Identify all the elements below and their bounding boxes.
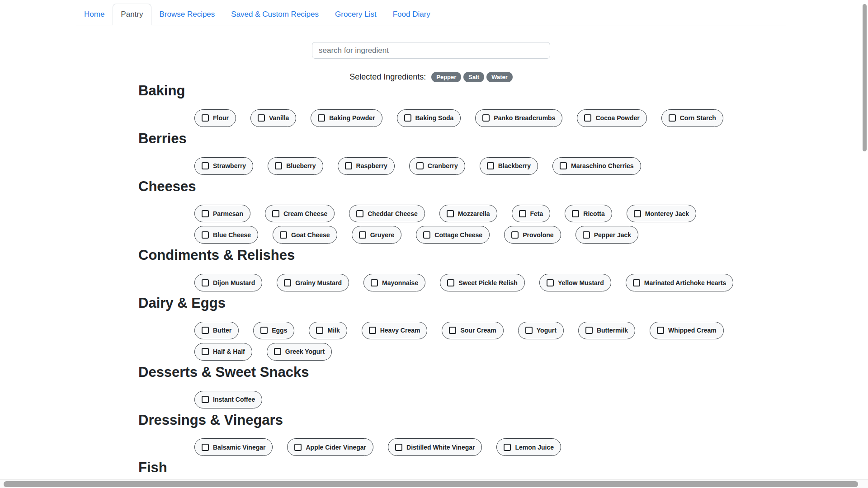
checkbox-icon[interactable]: [504, 444, 511, 451]
ingredient-toggle-buttermilk[interactable]: Buttermilk: [578, 322, 635, 339]
checkbox-icon[interactable]: [356, 210, 363, 217]
checkbox-icon[interactable]: [572, 210, 579, 217]
checkbox-icon[interactable]: [202, 231, 209, 239]
ingredient-toggle-heavy-cream[interactable]: Heavy Cream: [362, 322, 428, 339]
ingredient-toggle-yellow-mustard[interactable]: Yellow Mustard: [539, 274, 611, 291]
checkbox-icon[interactable]: [202, 114, 209, 122]
ingredient-toggle-gruyere[interactable]: Gruyere: [352, 226, 402, 244]
checkbox-icon[interactable]: [560, 162, 567, 169]
ingredient-toggle-goat-cheese[interactable]: Goat Cheese: [273, 226, 337, 244]
ingredient-toggle-blackberry[interactable]: Blackberry: [480, 157, 538, 175]
ingredient-toggle-baking-powder[interactable]: Baking Powder: [311, 109, 382, 127]
checkbox-icon[interactable]: [369, 327, 376, 334]
ingredient-toggle-cocoa-powder[interactable]: Cocoa Powder: [577, 109, 646, 127]
ingredient-toggle-butter[interactable]: Butter: [194, 322, 239, 339]
checkbox-icon[interactable]: [447, 210, 454, 217]
checkbox-icon[interactable]: [258, 114, 265, 122]
checkbox-icon[interactable]: [511, 231, 519, 239]
ingredient-toggle-provolone[interactable]: Provolone: [504, 226, 561, 244]
checkbox-icon[interactable]: [202, 396, 209, 403]
ingredient-toggle-cheddar-cheese[interactable]: Cheddar Cheese: [349, 205, 425, 222]
checkbox-icon[interactable]: [202, 444, 209, 451]
checkbox-icon[interactable]: [272, 210, 279, 217]
checkbox-icon[interactable]: [487, 162, 494, 169]
checkbox-icon[interactable]: [202, 348, 209, 355]
checkbox-icon[interactable]: [633, 279, 640, 286]
ingredient-toggle-mozzarella[interactable]: Mozzarella: [439, 205, 497, 222]
ingredient-toggle-sweet-pickle-relish[interactable]: Sweet Pickle Relish: [440, 274, 525, 291]
checkbox-icon[interactable]: [404, 114, 411, 122]
checkbox-icon[interactable]: [316, 327, 323, 334]
ingredient-toggle-ricotta[interactable]: Ricotta: [565, 205, 612, 222]
ingredient-toggle-marinated-artichoke-hearts[interactable]: Marinated Artichoke Hearts: [626, 274, 734, 291]
ingredient-toggle-blue-cheese[interactable]: Blue Cheese: [194, 226, 258, 244]
selected-ingredient-badge-salt[interactable]: Salt: [463, 72, 484, 82]
ingredient-toggle-flour[interactable]: Flour: [194, 109, 236, 127]
checkbox-icon[interactable]: [202, 162, 209, 169]
ingredient-toggle-instant-coffee[interactable]: Instant Coffee: [194, 391, 262, 408]
checkbox-icon[interactable]: [345, 162, 352, 169]
checkbox-icon[interactable]: [585, 327, 593, 334]
checkbox-icon[interactable]: [525, 327, 533, 334]
checkbox-icon[interactable]: [584, 114, 591, 122]
tab-grocery-list[interactable]: Grocery List: [327, 4, 385, 25]
ingredient-toggle-cranberry[interactable]: Cranberry: [409, 157, 465, 175]
checkbox-icon[interactable]: [260, 327, 268, 334]
ingredient-toggle-panko-breadcrumbs[interactable]: Panko Breadcrumbs: [475, 109, 562, 127]
ingredient-toggle-baking-soda[interactable]: Baking Soda: [397, 109, 461, 127]
ingredient-toggle-balsamic-vinegar[interactable]: Balsamic Vinegar: [194, 438, 273, 456]
tab-home[interactable]: Home: [76, 4, 113, 25]
checkbox-icon[interactable]: [583, 231, 590, 239]
checkbox-icon[interactable]: [202, 279, 209, 286]
ingredient-toggle-milk[interactable]: Milk: [309, 322, 347, 339]
checkbox-icon[interactable]: [547, 279, 554, 286]
ingredient-toggle-vanilla[interactable]: Vanilla: [250, 109, 296, 127]
checkbox-icon[interactable]: [280, 231, 287, 239]
vertical-scrollbar-thumb[interactable]: [863, 4, 867, 151]
ingredient-toggle-greek-yogurt[interactable]: Greek Yogurt: [267, 343, 332, 361]
ingredient-toggle-half-half[interactable]: Half & Half: [194, 343, 252, 361]
checkbox-icon[interactable]: [371, 279, 378, 286]
ingredient-toggle-mayonnaise[interactable]: Mayonnaise: [363, 274, 425, 291]
ingredient-toggle-blueberry[interactable]: Blueberry: [268, 157, 323, 175]
ingredient-toggle-cream-cheese[interactable]: Cream Cheese: [265, 205, 335, 222]
checkbox-icon[interactable]: [294, 444, 302, 451]
checkbox-icon[interactable]: [202, 210, 209, 217]
ingredient-toggle-cottage-cheese[interactable]: Cottage Cheese: [416, 226, 490, 244]
ingredient-toggle-whipped-cream[interactable]: Whipped Cream: [650, 322, 724, 339]
ingredient-toggle-eggs[interactable]: Eggs: [253, 322, 294, 339]
ingredient-toggle-distilled-white-vinegar[interactable]: Distilled White Vinegar: [388, 438, 482, 456]
checkbox-icon[interactable]: [318, 114, 325, 122]
checkbox-icon[interactable]: [657, 327, 664, 334]
ingredient-toggle-sour-cream[interactable]: Sour Cream: [442, 322, 503, 339]
ingredient-search-input[interactable]: [312, 42, 550, 59]
tab-food-diary[interactable]: Food Diary: [385, 4, 439, 25]
checkbox-icon[interactable]: [274, 348, 281, 355]
ingredient-toggle-raspberry[interactable]: Raspberry: [338, 157, 395, 175]
ingredient-toggle-feta[interactable]: Feta: [512, 205, 551, 222]
ingredient-toggle-monterey-jack[interactable]: Monterey Jack: [627, 205, 696, 222]
ingredient-toggle-dijon-mustard[interactable]: Dijon Mustard: [194, 274, 262, 291]
ingredient-toggle-grainy-mustard[interactable]: Grainy Mustard: [277, 274, 349, 291]
checkbox-icon[interactable]: [423, 231, 430, 239]
tab-pantry[interactable]: Pantry: [113, 4, 151, 25]
checkbox-icon[interactable]: [202, 327, 209, 334]
selected-ingredient-badge-pepper[interactable]: Pepper: [431, 72, 461, 82]
checkbox-icon[interactable]: [519, 210, 526, 217]
checkbox-icon[interactable]: [449, 327, 456, 334]
checkbox-icon[interactable]: [634, 210, 641, 217]
horizontal-scrollbar[interactable]: [0, 479, 868, 488]
checkbox-icon[interactable]: [482, 114, 490, 122]
ingredient-toggle-lemon-juice[interactable]: Lemon Juice: [496, 438, 561, 456]
checkbox-icon[interactable]: [284, 279, 291, 286]
checkbox-icon[interactable]: [275, 162, 282, 169]
checkbox-icon[interactable]: [395, 444, 402, 451]
ingredient-toggle-yogurt[interactable]: Yogurt: [518, 322, 564, 339]
ingredient-toggle-parmesan[interactable]: Parmesan: [194, 205, 250, 222]
ingredient-toggle-corn-starch[interactable]: Corn Starch: [661, 109, 723, 127]
ingredient-toggle-maraschino-cherries[interactable]: Maraschino Cherries: [552, 157, 641, 175]
tab-saved-custom-recipes[interactable]: Saved & Custom Recipes: [223, 4, 327, 25]
horizontal-scrollbar-thumb[interactable]: [4, 481, 858, 487]
checkbox-icon[interactable]: [416, 162, 424, 169]
checkbox-icon[interactable]: [359, 231, 366, 239]
